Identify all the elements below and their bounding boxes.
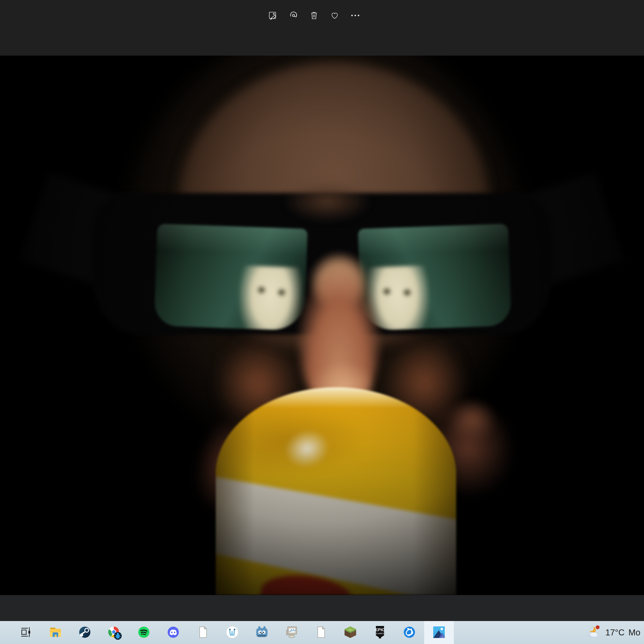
photos-app-icon (432, 626, 446, 640)
taskbar-item-document-2[interactable] (310, 621, 331, 644)
chrome-icon-with-badge (108, 626, 121, 639)
taskbar-item-discord[interactable] (163, 621, 184, 644)
taskbar-item-epic-games[interactable]: EPIC GAMES (369, 621, 390, 644)
taskbar-item-spotify[interactable] (133, 621, 154, 644)
edit-image-button[interactable] (268, 9, 278, 22)
photo-canvas[interactable] (0, 56, 644, 595)
battle-net-icon (403, 626, 416, 640)
rotate-icon (289, 11, 298, 20)
steam-icon (78, 626, 91, 640)
edit-image-icon (268, 11, 278, 20)
partial-circle-app-icon (0, 626, 0, 640)
retro-computer-graph-icon (285, 626, 298, 640)
photo-letterbox-strip (0, 595, 644, 621)
spotify-icon (137, 626, 150, 640)
taskbar-item-minecraft[interactable] (340, 621, 361, 644)
svg-text:EPIC: EPIC (375, 627, 385, 632)
file-explorer-icon (49, 626, 62, 640)
discord-icon (167, 626, 180, 640)
taskbar: EPIC GAMES (0, 621, 644, 644)
blank-document-icon (196, 626, 210, 640)
titlebar (0, 0, 644, 56)
taskbar-item-document[interactable] (192, 621, 213, 644)
photo-toolbar (268, 9, 360, 22)
minecraft-grass-block-icon (344, 626, 357, 640)
w-letter-app-icon (226, 626, 239, 640)
moon-cloud-weather-icon (586, 624, 601, 641)
heart-icon (330, 11, 339, 20)
ellipsis-icon (350, 11, 361, 20)
epic-games-icon: EPIC GAMES (374, 626, 386, 640)
taskbar-item-steam[interactable] (74, 621, 95, 644)
taskbar-item-partial[interactable] (0, 621, 4, 644)
taskbar-weather-widget[interactable]: 17°C Mo (586, 621, 644, 644)
rotate-button[interactable] (289, 9, 298, 22)
taskbar-item-file-explorer[interactable] (45, 621, 66, 644)
chrome-badge-bug (114, 632, 122, 640)
vignette-overlay (0, 56, 644, 595)
blank-document-icon-2 (314, 626, 328, 640)
svg-text:GAMES: GAMES (376, 632, 384, 635)
taskbar-item-godot[interactable] (251, 621, 272, 644)
trash-icon (309, 11, 319, 20)
taskbar-item-chrome[interactable] (104, 621, 125, 644)
weather-condition: Mo (628, 628, 640, 637)
weather-alert-badge (596, 625, 600, 629)
taskbar-item-photos[interactable] (428, 621, 450, 644)
task-view-icon (20, 626, 32, 639)
taskbar-item-task-view[interactable] (15, 621, 36, 644)
favorite-button[interactable] (330, 9, 339, 22)
taskbar-item-w-app[interactable] (222, 621, 243, 644)
godot-icon (255, 626, 269, 640)
delete-button[interactable] (309, 9, 319, 22)
taskbar-item-battle-net[interactable] (399, 621, 420, 644)
more-button[interactable] (351, 9, 360, 22)
weather-temperature: 17°C (605, 628, 624, 637)
taskbar-item-monitor-app[interactable] (281, 621, 302, 644)
